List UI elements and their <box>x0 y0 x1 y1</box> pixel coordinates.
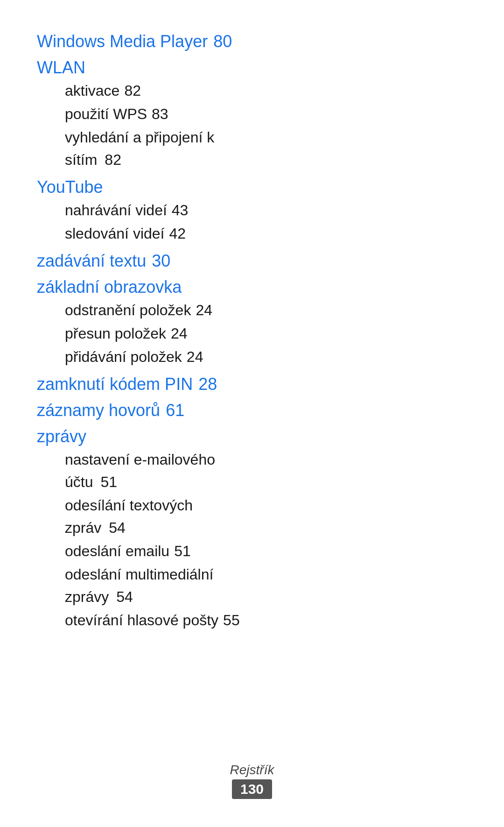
heading-label: zadávání textu <box>37 251 146 271</box>
section-wlan: WLAN aktivace 82 použití WPS 83 vyhledán… <box>37 58 467 171</box>
heading-zakladni-obrazovka: základní obrazovka <box>37 277 467 297</box>
subitem-page: 51 <box>174 540 191 562</box>
subitem-page: 42 <box>169 222 186 245</box>
subitem-pridavani: přidávání položek 24 <box>37 346 467 368</box>
heading-label: YouTube <box>37 177 103 197</box>
heading-zamknuti: zamknutí kódem PIN 28 <box>37 375 467 394</box>
subitem-page: 24 <box>187 346 203 368</box>
section-zamknuti: zamknutí kódem PIN 28 <box>37 375 467 394</box>
section-zadavani-textu: zadávání textu 30 <box>37 251 467 271</box>
subitem-odeslani-multimedialni: odeslání multimediálnízprávy54 <box>37 563 467 608</box>
page-footer: Rejstřík 130 <box>0 763 504 799</box>
subitem-pouziti-wps: použití WPS 83 <box>37 103 467 125</box>
subitem-text: nahrávání videí <box>65 199 167 221</box>
heading-label: zprávy <box>37 427 86 446</box>
subitem-text: odstranění položek <box>65 299 191 321</box>
heading-zpravy: zprávy <box>37 427 467 446</box>
subitem-page: 24 <box>171 322 188 345</box>
subitem-text: odeslání emailu <box>65 540 169 562</box>
page-content: Windows Media Player 80 WLAN aktivace 82… <box>0 0 504 685</box>
heading-page: 30 <box>152 251 170 271</box>
footer-page-number: 130 <box>232 779 272 799</box>
heading-label: zamknutí kódem PIN <box>37 375 193 394</box>
section-windows-media-player: Windows Media Player 80 <box>37 32 467 51</box>
heading-page: 61 <box>166 401 184 420</box>
section-youtube: YouTube nahrávání videí 43 sledování vid… <box>37 177 467 245</box>
subitem-text: použití WPS <box>65 103 147 125</box>
subitem-page: 83 <box>152 103 168 125</box>
subitem-nahravani: nahrávání videí 43 <box>37 199 467 221</box>
subitem-odstraneni: odstranění položek 24 <box>37 299 467 321</box>
subitem-odeslani-emailu: odeslání emailu 51 <box>37 540 467 562</box>
heading-page: 80 <box>213 32 232 51</box>
subitem-page: 43 <box>172 199 189 221</box>
subitem-text: přidávání položek <box>65 346 182 368</box>
subitem-aktivace: aktivace 82 <box>37 79 467 102</box>
subitem-vyhledani: vyhledání a připojení ksítím82 <box>37 126 467 171</box>
heading-zaznamy: záznamy hovorů 61 <box>37 401 467 420</box>
section-zakladni-obrazovka: základní obrazovka odstranění položek 24… <box>37 277 467 368</box>
subitem-nastaveni-emailu: nastavení e-mailovéhoúčtu51 <box>37 448 467 493</box>
subitem-page: 55 <box>223 609 240 631</box>
subitem-page: 24 <box>196 299 212 321</box>
subitem-odesilani-textovych: odesílání textovýchzpráv54 <box>37 494 467 539</box>
subitem-otevirani-hlasove: otevírání hlasové pošty 55 <box>37 609 467 631</box>
heading-label: WLAN <box>37 58 85 78</box>
subitem-sledovani: sledování videí 42 <box>37 222 467 245</box>
subitem-presun: přesun položek 24 <box>37 322 467 345</box>
subitem-text: aktivace <box>65 79 119 102</box>
heading-label: základní obrazovka <box>37 277 182 297</box>
heading-zadavani-textu: zadávání textu 30 <box>37 251 467 271</box>
heading-label: Windows Media Player <box>37 32 208 51</box>
subitem-page: 82 <box>124 79 141 102</box>
heading-windows-media-player: Windows Media Player 80 <box>37 32 467 51</box>
section-zaznamy: záznamy hovorů 61 <box>37 401 467 420</box>
footer-label: Rejstřík <box>0 763 504 778</box>
subitem-text: otevírání hlasové pošty <box>65 609 218 631</box>
heading-label: záznamy hovorů <box>37 401 160 420</box>
section-zpravy: zprávy nastavení e-mailovéhoúčtu51 odesí… <box>37 427 467 631</box>
heading-youtube: YouTube <box>37 177 467 197</box>
subitem-text: přesun položek <box>65 322 166 345</box>
heading-page: 28 <box>198 375 217 394</box>
subitem-text: sledování videí <box>65 222 164 245</box>
heading-wlan: WLAN <box>37 58 467 78</box>
